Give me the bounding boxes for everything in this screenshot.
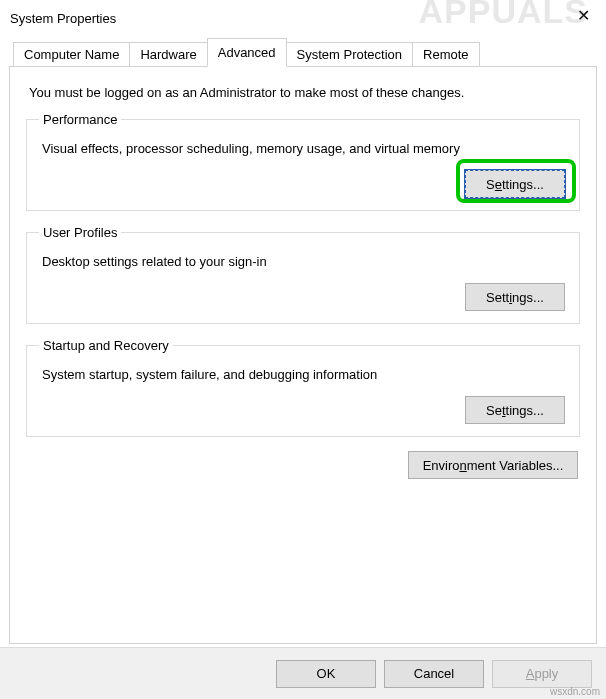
window-title: System Properties: [10, 11, 562, 26]
legend-performance: Performance: [39, 112, 121, 127]
system-properties-window: System Properties ✕ APPUALS Computer Nam…: [0, 0, 606, 699]
tab-strip: Computer Name Hardware Advanced System P…: [13, 38, 597, 66]
cancel-button[interactable]: Cancel: [384, 660, 484, 688]
env-row: Environment Variables...: [26, 451, 580, 479]
settings-button-startup[interactable]: Settings...: [465, 396, 565, 424]
tab-page-advanced: You must be logged on as an Administrato…: [9, 66, 597, 644]
tab-system-protection[interactable]: System Protection: [286, 42, 414, 66]
admin-notice: You must be logged on as an Administrato…: [29, 85, 580, 100]
desc-performance: Visual effects, processor scheduling, me…: [42, 141, 567, 156]
tab-remote[interactable]: Remote: [412, 42, 480, 66]
tab-advanced[interactable]: Advanced: [207, 38, 287, 67]
desc-startup: System startup, system failure, and debu…: [42, 367, 567, 382]
group-user-profiles: User Profiles Desktop settings related t…: [26, 225, 580, 324]
tab-computer-name[interactable]: Computer Name: [13, 42, 130, 66]
settings-button-user-profiles[interactable]: Settings...: [465, 283, 565, 311]
apply-button[interactable]: Apply: [492, 660, 592, 688]
ok-button[interactable]: OK: [276, 660, 376, 688]
environment-variables-button[interactable]: Environment Variables...: [408, 451, 578, 479]
desc-user-profiles: Desktop settings related to your sign-in: [42, 254, 567, 269]
settings-button-performance[interactable]: Settings...: [465, 170, 565, 198]
group-startup-recovery: Startup and Recovery System startup, sys…: [26, 338, 580, 437]
legend-startup: Startup and Recovery: [39, 338, 173, 353]
title-bar: System Properties ✕: [0, 0, 606, 36]
close-icon[interactable]: ✕: [562, 0, 604, 30]
legend-user-profiles: User Profiles: [39, 225, 121, 240]
footer-bar: OK Cancel Apply: [0, 647, 606, 699]
group-performance: Performance Visual effects, processor sc…: [26, 112, 580, 211]
client-area: Computer Name Hardware Advanced System P…: [9, 38, 597, 643]
tab-hardware[interactable]: Hardware: [129, 42, 207, 66]
